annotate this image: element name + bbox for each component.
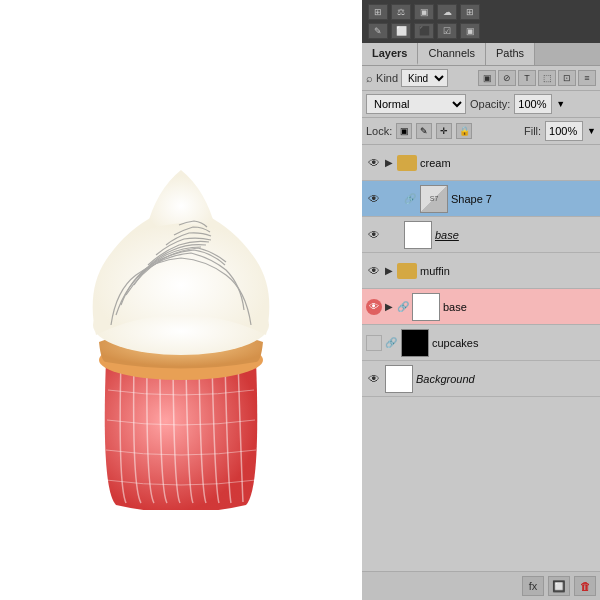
layer-name-muffin: muffin — [420, 265, 450, 277]
layer-name-background: Background — [416, 373, 475, 385]
toolbar-row-1: ⊞ ⚖ ▣ ☁ ⊞ — [368, 4, 594, 20]
opacity-arrow-icon[interactable]: ▼ — [556, 99, 565, 109]
tab-layers[interactable]: Layers — [362, 43, 418, 65]
link-icon-shape7[interactable]: 🔗 — [404, 193, 416, 204]
canvas-area — [0, 0, 362, 600]
layer-thumb-muffin — [397, 263, 417, 279]
layer-thumb-area-base: ▶ 🔗 base — [385, 293, 596, 321]
blend-mode-row: Normal Opacity: ▼ — [362, 91, 600, 118]
toolbar-area: ⊞ ⚖ ▣ ☁ ⊞ ✎ ⬜ ⬛ ☑ ▣ — [362, 0, 600, 43]
link-icon-cupcakes[interactable]: 🔗 — [385, 337, 397, 348]
filter-icons: ▣ ⊘ T ⬚ ⊡ ≡ — [478, 70, 596, 86]
tool-icon-7[interactable]: ⬜ — [391, 23, 411, 39]
fill-label: Fill: — [524, 125, 541, 137]
layer-thumb-background — [385, 365, 413, 393]
fx-button[interactable]: fx — [522, 576, 544, 596]
filter-row: ⌕ Kind Kind ▣ ⊘ T ⬚ ⊡ ≡ — [362, 66, 600, 91]
layer-thumb-base — [412, 293, 440, 321]
layer-thumb-area-cream: ▶ cream — [385, 155, 596, 171]
layer-name-cream: cream — [420, 157, 451, 169]
layer-name-base: base — [443, 301, 467, 313]
layer-thumb-cream — [397, 155, 417, 171]
bottom-bar: fx 🔲 🗑 — [362, 571, 600, 600]
layer-thumb-area-background: Background — [385, 365, 596, 393]
layer-row-shape7[interactable]: 👁 🔗 S7 Shape 7 — [362, 181, 600, 217]
tab-channels[interactable]: Channels — [418, 43, 485, 65]
filter-icon-shape[interactable]: ⬚ — [538, 70, 556, 86]
link-icon-base[interactable]: 🔗 — [397, 301, 409, 312]
layer-row-cupcakes[interactable]: 🔗 cupcakes — [362, 325, 600, 361]
layer-row-base[interactable]: 👁 ▶ 🔗 base — [362, 289, 600, 325]
eye-icon-background[interactable]: 👁 — [366, 371, 382, 387]
tool-icon-2[interactable]: ⚖ — [391, 4, 411, 20]
fill-input[interactable] — [545, 121, 583, 141]
tabs-row: Layers Channels Paths — [362, 43, 600, 66]
filter-icon-pixel[interactable]: ▣ — [478, 70, 496, 86]
layer-row-muffin[interactable]: 👁 ▶ muffin — [362, 253, 600, 289]
layer-arrow-muffin[interactable]: ▶ — [385, 265, 393, 276]
layer-arrow-base[interactable]: ▶ — [385, 301, 393, 312]
tool-icon-8[interactable]: ⬛ — [414, 23, 434, 39]
right-panel: ⊞ ⚖ ▣ ☁ ⊞ ✎ ⬜ ⬛ ☑ ▣ Layers Channels Path… — [362, 0, 600, 600]
tool-icon-1[interactable]: ⊞ — [368, 4, 388, 20]
layer-arrow-cream[interactable]: ▶ — [385, 157, 393, 168]
tool-icon-5[interactable]: ⊞ — [460, 4, 480, 20]
eye-icon-muffin[interactable]: 👁 — [366, 263, 382, 279]
layer-thumb-area-base-cream: base — [404, 221, 596, 249]
filter-icon-adjust[interactable]: ⊘ — [498, 70, 516, 86]
new-layer-button[interactable]: 🔲 — [548, 576, 570, 596]
lock-label: Lock: — [366, 125, 392, 137]
layer-row-cream[interactable]: 👁 ▶ cream — [362, 145, 600, 181]
layers-list: 👁 ▶ cream 👁 🔗 S7 Shape 7 👁 — [362, 145, 600, 571]
lock-transparency-icon[interactable]: ▣ — [396, 123, 412, 139]
lock-pixels-icon[interactable]: ✎ — [416, 123, 432, 139]
layer-name-base-cream: base — [435, 229, 459, 241]
tab-paths[interactable]: Paths — [486, 43, 535, 65]
tool-icon-10[interactable]: ▣ — [460, 23, 480, 39]
eye-icon-shape7[interactable]: 👁 — [366, 191, 382, 207]
fill-arrow-icon[interactable]: ▼ — [587, 126, 596, 136]
lock-all-icon[interactable]: 🔒 — [456, 123, 472, 139]
eye-icon-cream[interactable]: 👁 — [366, 155, 382, 171]
filter-icon-text[interactable]: T — [518, 70, 536, 86]
toolbar-row-2: ✎ ⬜ ⬛ ☑ ▣ — [368, 23, 594, 39]
filter-icon-more[interactable]: ≡ — [578, 70, 596, 86]
tool-icon-4[interactable]: ☁ — [437, 4, 457, 20]
delete-layer-button[interactable]: 🗑 — [574, 576, 596, 596]
lock-position-icon[interactable]: ✛ — [436, 123, 452, 139]
layer-thumb-area-shape7: 🔗 S7 Shape 7 — [404, 185, 596, 213]
lock-row: Lock: ▣ ✎ ✛ 🔒 Fill: ▼ — [362, 118, 600, 145]
tool-icon-6[interactable]: ✎ — [368, 23, 388, 39]
tool-icon-3[interactable]: ▣ — [414, 4, 434, 20]
filter-label: ⌕ Kind — [366, 72, 398, 84]
tool-icon-9[interactable]: ☑ — [437, 23, 457, 39]
layer-name-cupcakes: cupcakes — [432, 337, 478, 349]
opacity-input[interactable] — [514, 94, 552, 114]
layer-thumb-area-muffin: ▶ muffin — [385, 263, 596, 279]
kind-select[interactable]: Kind — [401, 69, 448, 87]
layer-thumb-base-cream — [404, 221, 432, 249]
layer-name-shape7: Shape 7 — [451, 193, 492, 205]
eye-icon-base-cream[interactable]: 👁 — [366, 227, 382, 243]
blend-mode-select[interactable]: Normal — [366, 94, 466, 114]
layer-row-background[interactable]: 👁 Background — [362, 361, 600, 397]
layer-thumb-area-cupcakes: 🔗 cupcakes — [385, 329, 596, 357]
opacity-label: Opacity: — [470, 98, 510, 110]
layer-thumb-cupcakes — [401, 329, 429, 357]
filter-icon-smart[interactable]: ⊡ — [558, 70, 576, 86]
eye-icon-base-red[interactable]: 👁 — [366, 299, 382, 315]
eye-icon-cupcakes[interactable] — [366, 335, 382, 351]
layer-thumb-shape7: S7 — [420, 185, 448, 213]
layer-row-base-cream[interactable]: 👁 base — [362, 217, 600, 253]
